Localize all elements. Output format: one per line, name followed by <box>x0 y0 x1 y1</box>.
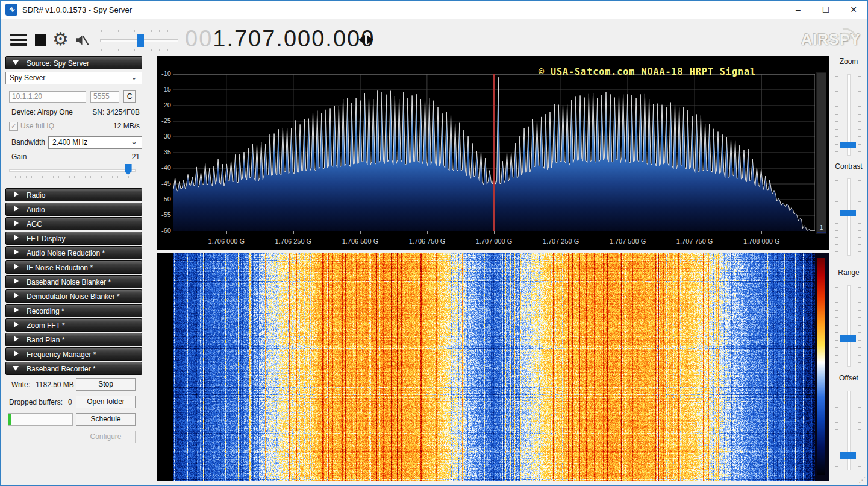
slider-tick <box>835 84 838 84</box>
sidebar-item-zoom-fft[interactable]: Zoom FFT * <box>5 318 142 332</box>
sidebar-item-band-plan[interactable]: Band Plan * <box>5 333 142 346</box>
volume-tick <box>110 49 110 51</box>
write-value: 1182.50 MB <box>36 380 74 389</box>
source-panel-header[interactable]: Source: Spy Server <box>5 56 142 69</box>
volume-slider[interactable] <box>99 28 178 52</box>
volume-thumb[interactable] <box>137 34 144 47</box>
ip-field[interactable]: 10.1.1.20 <box>9 91 86 103</box>
sidebar-item-audio[interactable]: Audio <box>5 203 142 216</box>
slider-tick <box>858 91 861 92</box>
volume-tick <box>143 49 143 51</box>
db-tick-label: -40 <box>157 164 171 171</box>
app-window: ∿ SDR# v1.0.0.1573 - Spy Server – ☐ ✕ ⚙ … <box>0 0 868 486</box>
slider-tick <box>858 429 861 430</box>
schedule-button[interactable]: Schedule <box>76 413 136 426</box>
slider-tick <box>835 429 838 430</box>
zoom-slider-thumb[interactable] <box>840 142 856 148</box>
title-bar[interactable]: ∿ SDR# v1.0.0.1573 - Spy Server – ☐ ✕ <box>1 1 867 19</box>
expand-icon <box>14 321 19 327</box>
frequency-step-up-icon[interactable] <box>367 35 373 45</box>
slider-tick <box>858 310 861 311</box>
offset-slider-label: Offset <box>830 374 867 382</box>
sidebar-item-recording[interactable]: Recording * <box>5 304 142 317</box>
bandwidth-select[interactable]: 2.400 MHz ⌄ <box>48 136 142 149</box>
spectrum-plot[interactable] <box>173 74 815 231</box>
maximize-button[interactable]: ☐ <box>812 1 840 19</box>
slider-tick <box>835 332 838 333</box>
slider-tick <box>835 129 838 130</box>
slider-tick <box>835 444 838 444</box>
slider-tick <box>835 317 838 318</box>
slider-tick <box>858 151 861 152</box>
slider-tick <box>858 444 861 444</box>
contrast-slider-thumb[interactable] <box>840 210 856 216</box>
slider-tick <box>858 393 861 393</box>
frequency-display[interactable]: 001.707.000.000 <box>185 26 375 52</box>
slider-tick <box>858 340 861 341</box>
collapse-icon <box>13 366 19 371</box>
open-folder-button[interactable]: Open folder <box>76 396 136 408</box>
sidebar-item-audio-noise-reduction[interactable]: Audio Noise Reduction * <box>5 246 142 259</box>
frequency-tick-label: 1.707 750 G <box>667 238 722 245</box>
range-slider[interactable] <box>847 285 851 367</box>
slider-tick <box>858 188 861 188</box>
slider-tick <box>858 251 861 252</box>
frequency-value: 1.707.000.000 <box>213 26 375 51</box>
range-slider-label: Range <box>830 268 867 277</box>
menu-icon[interactable] <box>10 34 27 47</box>
gain-thumb[interactable] <box>125 164 132 175</box>
sidebar-item-radio[interactable]: Radio <box>5 188 142 201</box>
gain-slider[interactable] <box>9 169 136 172</box>
minimize-button[interactable]: – <box>784 1 812 19</box>
waterfall-display[interactable] <box>157 253 829 481</box>
sidebar-item-baseband-noise-blanker[interactable]: Baseband Noise Blanker * <box>5 275 142 288</box>
contrast-slider[interactable] <box>847 178 851 256</box>
waterfall-canvas[interactable] <box>157 253 829 481</box>
db-tick-label: -10 <box>157 70 171 77</box>
sidebar-item-baseband-recorder[interactable]: Baseband Recorder * <box>5 362 142 375</box>
gear-icon[interactable]: ⚙ <box>52 29 69 49</box>
spectrum-display[interactable]: © USA-Satcom.com NOAA-18 HRPT Signal -10… <box>157 56 829 250</box>
sidebar-item-if-noise-reduction[interactable]: IF Noise Reduction * <box>5 260 142 274</box>
dropped-buffers-value: 0 <box>68 398 72 406</box>
volume-tick <box>151 30 152 32</box>
slider-tick <box>835 459 838 459</box>
sidebar-item-agc[interactable]: AGC <box>5 217 142 230</box>
sidebar-item-frequency-manager[interactable]: Frequency Manager * <box>5 347 142 361</box>
device-label: Device: Airspy One <box>11 108 73 116</box>
mute-icon[interactable] <box>74 32 90 51</box>
range-slider-thumb[interactable] <box>840 335 856 342</box>
close-button[interactable]: ✕ <box>840 1 867 19</box>
db-tick-label: -25 <box>157 117 171 124</box>
resize-grip[interactable]: ⋰ <box>858 476 866 484</box>
slider-tick <box>835 287 838 288</box>
offset-slider-thumb[interactable] <box>840 452 856 459</box>
stop-icon[interactable] <box>35 34 46 46</box>
sidebar-item-demodulator-noise-blanker[interactable]: Demodulator Noise Blanker * <box>5 289 142 303</box>
stop-recording-button[interactable]: Stop <box>76 378 136 391</box>
slider-tick <box>835 144 838 145</box>
slider-tick <box>835 151 838 152</box>
slider-tick <box>858 407 861 408</box>
bandwidth-select-value: 2.400 MHz <box>52 138 87 147</box>
db-tick-label: -45 <box>157 180 171 187</box>
configure-button[interactable]: Configure <box>76 431 136 443</box>
source-select[interactable]: Spy Server ⌄ <box>5 72 142 84</box>
chevron-down-icon: ⌄ <box>131 71 137 83</box>
connect-button[interactable]: C <box>123 90 136 103</box>
slider-tick <box>858 180 861 181</box>
expand-icon <box>14 235 19 241</box>
port-field[interactable]: 5555 <box>90 91 119 103</box>
db-tick-label: -55 <box>157 211 171 218</box>
use-full-iq-checkbox[interactable]: ✓ <box>9 122 18 131</box>
app-icon: ∿ <box>5 4 17 16</box>
slider-tick <box>835 201 838 202</box>
slider-tick <box>835 437 838 437</box>
sidebar-item-label: Audio <box>27 206 45 214</box>
slider-tick <box>858 223 861 224</box>
sidebar-item-fft-display[interactable]: FFT Display <box>5 232 142 245</box>
spectrum-zoom-scrollbar[interactable]: 1 <box>816 72 826 234</box>
slider-tick <box>858 121 861 122</box>
db-tick-label: -35 <box>157 148 171 156</box>
frequency-step-down-icon[interactable] <box>358 35 365 45</box>
